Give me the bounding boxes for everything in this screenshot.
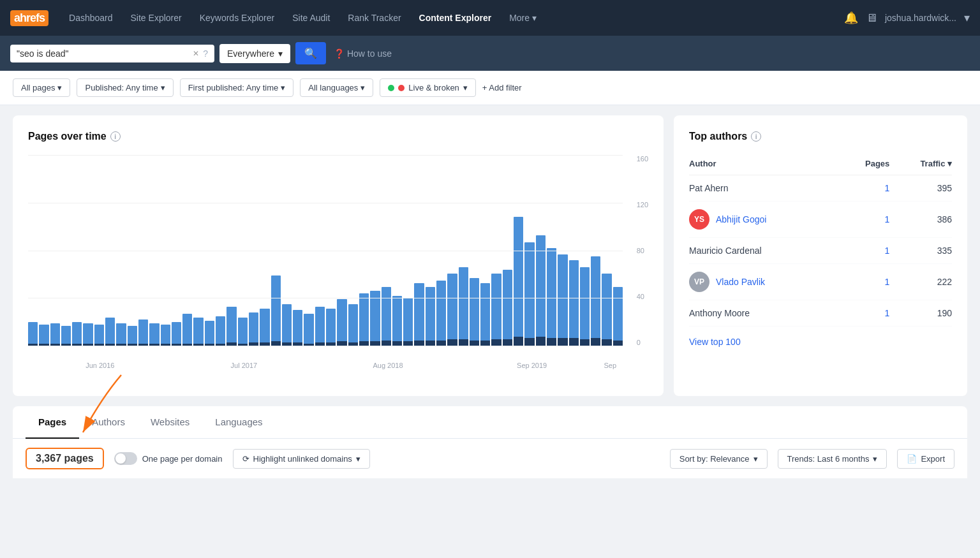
bar-bottom — [536, 337, 546, 346]
bar-bottom — [83, 344, 93, 346]
tab-authors[interactable]: Authors — [79, 406, 138, 439]
notifications-icon[interactable]: 🔔 — [844, 11, 858, 25]
monitor-icon[interactable]: 🖥 — [866, 11, 877, 25]
bar-top — [260, 309, 269, 342]
bar-bottom — [503, 339, 512, 346]
search-input[interactable] — [17, 48, 189, 59]
published-filter[interactable]: Published: Any time ▾ — [77, 78, 173, 97]
chart-info-icon[interactable]: i — [110, 131, 121, 142]
bar-group — [591, 155, 600, 346]
nav-more[interactable]: More ▾ — [501, 8, 544, 28]
author-cell-3: VPVlado Pavlik — [689, 264, 842, 300]
author-pages[interactable]: 1 — [842, 300, 889, 327]
bar-top — [436, 281, 446, 341]
bar-group — [426, 155, 435, 346]
live-broken-filter[interactable]: Live & broken ▾ — [380, 78, 476, 97]
clear-icon[interactable]: ✕ — [193, 49, 199, 58]
author-pages[interactable]: 1 — [842, 238, 889, 264]
bar-top — [205, 321, 214, 344]
bar-bottom — [359, 341, 369, 346]
bar-top — [28, 322, 38, 344]
bar-group — [613, 155, 623, 346]
bar-top — [337, 299, 346, 341]
bar-group — [116, 155, 126, 346]
bar-group — [569, 155, 579, 346]
nav-keywords-explorer[interactable]: Keywords Explorer — [192, 8, 283, 28]
bar-top — [470, 278, 479, 341]
author-name[interactable]: Abhijit Gogoi — [716, 214, 766, 224]
first-published-filter[interactable]: First published: Any time ▾ — [180, 78, 294, 97]
author-inner-cell: Anthony Moore — [689, 308, 842, 318]
nav-site-explorer[interactable]: Site Explorer — [123, 8, 189, 28]
bar-top — [161, 325, 170, 344]
bar-bottom — [326, 342, 336, 346]
brand-logo[interactable]: ahrefs — [10, 10, 48, 26]
authors-info-icon[interactable]: i — [751, 131, 761, 142]
author-pages[interactable]: 1 — [842, 264, 889, 300]
bar-top — [116, 323, 126, 344]
all-languages-filter[interactable]: All languages ▾ — [300, 78, 373, 97]
traffic-col-header[interactable]: Traffic ▾ — [889, 155, 952, 175]
all-pages-filter[interactable]: All pages ▾ — [13, 78, 70, 97]
bar-group — [39, 155, 48, 346]
search-button[interactable]: 🔍 — [295, 42, 326, 64]
bar-group — [282, 155, 292, 346]
tab-websites[interactable]: Websites — [138, 406, 202, 439]
bar-top — [558, 254, 567, 338]
user-menu[interactable]: joshua.hardwick... — [885, 13, 956, 23]
highlight-unlinked-button[interactable]: ⟳ Highlight unlinked domains ▾ — [233, 449, 370, 469]
sort-by-button[interactable]: Sort by: Relevance ▾ — [670, 449, 768, 469]
bar-bottom — [128, 344, 137, 346]
add-filter-button[interactable]: + Add filter — [482, 83, 522, 92]
bar-bottom — [337, 341, 346, 346]
bar-top — [315, 307, 325, 342]
bar-bottom — [94, 344, 104, 346]
bar-top — [503, 270, 512, 339]
nav-site-audit[interactable]: Site Audit — [285, 8, 338, 28]
bar-bottom — [470, 341, 479, 346]
bar-group — [61, 155, 71, 346]
bar-group — [514, 155, 523, 346]
bar-group — [193, 155, 203, 346]
nav-content-explorer[interactable]: Content Explorer — [412, 8, 500, 28]
bar-group — [580, 155, 590, 346]
navbar: ahrefs Dashboard Site Explorer Keywords … — [0, 0, 980, 36]
bar-bottom — [602, 339, 611, 346]
user-chevron-icon[interactable]: ▾ — [964, 11, 970, 25]
how-to-use-label: How to use — [347, 48, 392, 59]
nav-dashboard[interactable]: Dashboard — [61, 8, 121, 28]
one-page-per-domain-toggle[interactable] — [114, 452, 137, 465]
traffic-col-label: Traffic ▾ — [920, 159, 952, 168]
how-to-use-link[interactable]: ❓ How to use — [334, 48, 392, 59]
trends-button[interactable]: Trends: Last 6 months ▾ — [778, 449, 887, 469]
bar-top — [249, 312, 258, 342]
bar-top — [149, 323, 159, 344]
bar-bottom — [613, 341, 623, 346]
bar-bottom — [226, 342, 236, 346]
location-button[interactable]: Everywhere ▾ — [219, 44, 290, 63]
author-pages[interactable]: 1 — [842, 202, 889, 238]
main-content: Pages over time i 160 120 80 40 0 — [0, 105, 980, 406]
bar-bottom — [105, 344, 115, 346]
search-help-icon[interactable]: ? — [203, 48, 208, 59]
bar-top — [226, 307, 236, 342]
bar-group — [491, 155, 501, 346]
trends-label: Trends: Last 6 months — [787, 454, 870, 464]
bar-group — [414, 155, 424, 346]
export-button[interactable]: 📄 Export — [897, 449, 954, 469]
bar-top — [459, 267, 468, 339]
bar-top — [348, 304, 358, 342]
bar-group — [161, 155, 170, 346]
nav-rank-tracker[interactable]: Rank Tracker — [340, 8, 408, 28]
toggle-knob — [115, 453, 126, 464]
view-top-100-link[interactable]: View top 100 — [689, 337, 741, 347]
sort-by-chevron-icon: ▾ — [754, 454, 758, 464]
tab-languages[interactable]: Languages — [202, 406, 275, 439]
author-name[interactable]: Vlado Pavlik — [716, 277, 765, 287]
bar-group — [337, 155, 346, 346]
author-pages[interactable]: 1 — [842, 175, 889, 202]
bar-bottom — [480, 341, 490, 346]
y-label-80: 80 — [637, 247, 648, 254]
tab-pages[interactable]: Pages — [26, 406, 79, 439]
bar-top — [105, 318, 115, 344]
